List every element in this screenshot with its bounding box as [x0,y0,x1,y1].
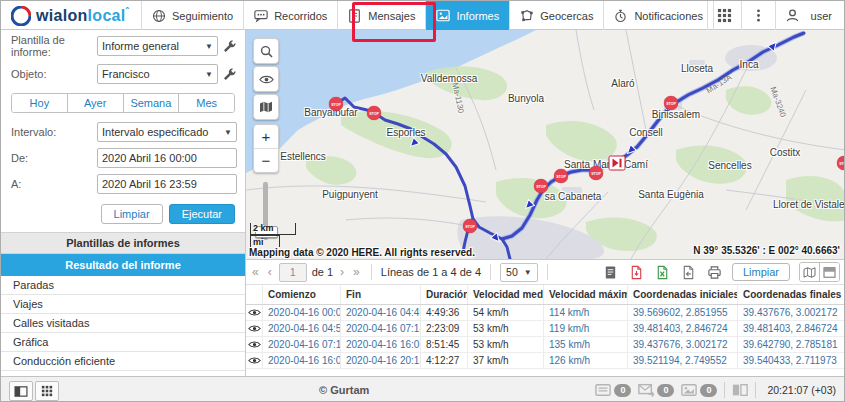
table-cell: 37 km/h [468,353,544,369]
interval-value: Intervalo especificado [102,126,208,138]
user-avatar-icon[interactable] [775,1,809,30]
to-date-input[interactable]: 2020 Abril 16 23:59 [97,174,237,194]
more-menu-icon[interactable] [741,1,775,30]
template-settings-wrench-icon[interactable] [222,39,237,54]
report-view-icon[interactable] [602,264,619,281]
interval-select[interactable]: Intervalo especificado▼ [97,122,237,142]
bottom-grid-button[interactable] [35,381,59,401]
from-date-input[interactable]: 2020 Abril 16 00:00 [97,148,237,168]
quick-range-ayer[interactable]: Ayer [67,94,123,112]
notes-icon [595,383,611,397]
page-size-value: 50 [506,266,518,278]
quick-range-semana[interactable]: Semana [123,94,179,112]
stop-marker[interactable]: STOP [534,179,549,194]
tab-informes[interactable]: Informes [425,1,509,30]
quick-range-hoy[interactable]: Hoy [12,94,67,112]
map-road-label: Ma-3240 [768,86,787,119]
prev-page-icon[interactable]: ‹ [266,265,274,279]
tab-label: Informes [456,10,499,22]
table-cell: 39.481403, 2.846724 [738,321,845,337]
object-settings-wrench-icon[interactable] [222,67,237,82]
table-row[interactable]: 2020-04-16 16:06:302020-04-16 20:18:574:… [246,353,845,369]
route-direction-arrow [767,38,779,50]
table-clear-button[interactable]: Limpiar [732,263,790,281]
row-eye-icon[interactable] [246,353,263,369]
table-row[interactable]: 2020-04-16 07:14:332020-04-16 16:06:188:… [246,337,845,353]
bottom-panel-toggle-icon[interactable] [732,383,748,397]
table-cell: 2:23:09 [421,321,468,337]
counter-mail-icon[interactable]: 0 [638,383,674,397]
export-file-icon[interactable] [680,264,697,281]
map-view-toggle-icon[interactable] [800,263,819,281]
table-cell: 2020-04-16 16:06:30 [263,353,341,369]
apps-grid-icon[interactable] [707,1,741,30]
print-icon[interactable] [706,264,723,281]
execute-button[interactable]: Ejecutar [169,204,235,224]
stop-marker[interactable]: STOP [837,156,845,171]
map-layers-button[interactable] [253,94,279,120]
geofence-polygon-icon [520,9,534,23]
tab-geocercas[interactable]: Geocercas [509,1,603,30]
table-row[interactable]: 2020-04-16 04:50:522020-04-16 07:14:012:… [246,321,845,337]
object-select[interactable]: Francisco▼ [97,64,218,84]
sidebar-section-1[interactable]: Viajes [1,295,245,314]
tab-notificaciones[interactable]: Notificaciones [603,1,713,30]
map-scale: 2 km mi [250,223,296,247]
result-section-header[interactable]: Resultado del informe [1,254,245,276]
user-name-label[interactable]: user [809,10,840,22]
map-place-label: Bunyola [508,93,544,104]
counter-notes-icon[interactable]: 0 [595,383,631,397]
table-cell: 119 km/h [544,321,628,337]
chevron-down-icon: ▼ [224,128,232,137]
finish-marker[interactable] [609,156,626,171]
map-visibility-eye-button[interactable] [253,66,279,92]
map-place-label: Alaró [611,78,634,89]
page-size-select[interactable]: 50 ▼ [500,263,538,282]
route-direction-arrow [408,135,420,147]
tab-seguimiento[interactable]: Seguimiento [141,1,243,30]
table-body: 2020-04-16 00:00:162020-04-16 04:49:524:… [246,305,845,369]
chevron-down-icon: ▼ [205,42,213,51]
row-eye-icon[interactable] [246,321,263,337]
row-eye-icon[interactable] [246,305,263,321]
stop-marker[interactable]: STOP [329,97,344,112]
last-page-icon[interactable]: » [351,265,362,279]
page-number-input[interactable] [279,263,307,282]
sidebar-section-4[interactable]: Conducción eficiente [1,352,245,371]
table-row[interactable]: 2020-04-16 00:00:162020-04-16 04:49:524:… [246,305,845,321]
toggle-left-panel-button[interactable] [9,381,33,401]
counter-photo-icon[interactable]: 0 [681,383,717,397]
chevron-down-icon: ▼ [205,70,213,79]
stop-marker[interactable]: STOP [463,219,478,234]
map-place-label: Valldemossa [421,73,478,84]
tab-mensajes[interactable]: Mensajes [337,1,425,30]
sidebar-section-2[interactable]: Calles visitadas [1,314,245,333]
main-tabs: SeguimientoRecorridosMensajesInformesGeo… [141,1,714,30]
map-canvas[interactable]: ValldemossaBunyolaBanyalbufarEsporlesEst… [246,30,845,259]
export-pdf-icon[interactable] [628,264,645,281]
wialon-logo: wialonlocalˆ [11,1,129,30]
zoom-in-button[interactable]: + [254,125,278,149]
templates-section-header[interactable]: Plantillas de informes [1,232,245,254]
sidebar-section-3[interactable]: Gráfica [1,333,245,352]
export-excel-icon[interactable] [654,264,671,281]
from-label: De: [11,152,93,164]
tab-recorridos[interactable]: Recorridos [243,1,337,30]
stop-marker[interactable]: STOP [664,96,679,111]
tab-label: Seguimiento [172,10,233,22]
split-view-toggle-icon[interactable] [819,263,839,281]
clear-button[interactable]: Limpiar [101,204,163,224]
row-eye-icon[interactable] [246,337,263,353]
template-select[interactable]: Informe general▼ [97,36,218,56]
page-of-label: de 1 [312,266,333,278]
map-search-button[interactable] [253,38,279,64]
quick-range-mes[interactable]: Mes [178,94,234,112]
sidebar-section-0[interactable]: Paradas [1,276,245,295]
zoom-out-button[interactable]: − [254,149,278,172]
stop-marker[interactable]: STOP [589,166,604,181]
first-page-icon[interactable]: « [250,265,261,279]
stop-marker[interactable]: STOP [554,169,569,184]
stop-marker[interactable]: STOP [367,106,382,121]
route-bubble-icon [254,9,268,23]
next-page-icon[interactable]: › [338,265,346,279]
